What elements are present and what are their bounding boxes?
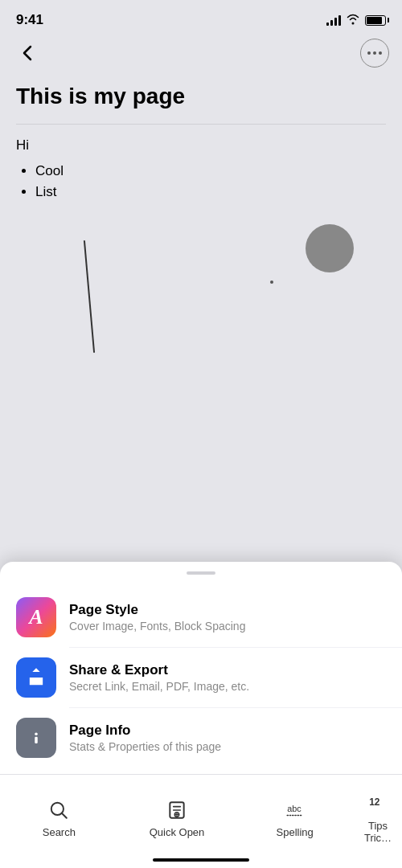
page-content: This is my page Hi Cool List (0, 71, 402, 345)
menu-item-share-export[interactable]: Share & Export Secret Link, Email, PDF, … (0, 648, 402, 707)
tips-label: TipsTric… (357, 820, 399, 844)
svg-text:abc: abc (287, 804, 302, 813)
more-button[interactable] (360, 39, 389, 68)
signal-icon (326, 14, 341, 26)
page-body-text: Hi (16, 137, 386, 154)
list-item: Cool (35, 163, 386, 179)
status-bar: 9:41 (0, 0, 402, 35)
drawing-circle (306, 224, 354, 272)
toolbar-spelling[interactable]: abc Spelling (236, 784, 354, 854)
svg-point-0 (35, 733, 38, 736)
tips-icon: 12 (367, 792, 389, 815)
page-title: This is my page (16, 84, 386, 109)
status-icons (326, 14, 386, 27)
drawing-area (16, 216, 386, 345)
toolbar-tips[interactable]: 12 TipsTric… (354, 784, 402, 854)
drawing-dot (270, 280, 273, 284)
svg-rect-1 (35, 737, 38, 743)
spelling-icon: abc (284, 799, 306, 821)
menu-subtitle-share-export: Secret Link, Email, PDF, Image, etc. (69, 680, 386, 693)
drawing-line (84, 240, 95, 353)
battery-icon (365, 15, 386, 26)
share-export-icon (16, 657, 56, 698)
bullet-list: Cool List (16, 163, 386, 200)
back-button[interactable] (13, 39, 42, 68)
menu-item-page-info[interactable]: Page Info Stats & Properties of this pag… (0, 708, 402, 768)
page-info-icon (16, 718, 56, 758)
menu-subtitle-page-info: Stats & Properties of this page (69, 740, 386, 753)
quick-open-label: Quick Open (150, 826, 205, 838)
nav-bar (0, 35, 402, 71)
bottom-toolbar: Search Quick Open abc (0, 774, 402, 854)
menu-subtitle-page-style: Cover Image, Fonts, Block Spacing (69, 620, 386, 633)
toolbar-search[interactable]: Search (0, 784, 118, 854)
menu-text-page-info: Page Info Stats & Properties of this pag… (69, 723, 386, 753)
more-dots-icon (367, 51, 382, 55)
toolbar-quick-open[interactable]: Quick Open (118, 784, 236, 854)
bottom-sheet: A Page Style Cover Image, Fonts, Block S… (0, 562, 402, 868)
menu-text-share-export: Share & Export Secret Link, Email, PDF, … (69, 662, 386, 693)
page-style-icon: A (16, 597, 56, 637)
svg-line-3 (62, 813, 67, 817)
search-label: Search (43, 826, 76, 838)
list-item: List (35, 184, 386, 200)
menu-title-share-export: Share & Export (69, 662, 386, 678)
home-indicator (153, 858, 249, 862)
title-divider (16, 124, 386, 125)
menu-title-page-info: Page Info (69, 723, 386, 739)
menu-item-page-style[interactable]: A Page Style Cover Image, Fonts, Block S… (0, 588, 402, 647)
menu-text-page-style: Page Style Cover Image, Fonts, Block Spa… (69, 602, 386, 633)
search-icon (47, 799, 70, 821)
menu-title-page-style: Page Style (69, 602, 386, 618)
status-time: 9:41 (16, 12, 43, 28)
quick-open-icon (166, 799, 188, 821)
svg-text:12: 12 (369, 796, 380, 808)
sheet-handle (187, 571, 215, 575)
spelling-label: Spelling (277, 826, 314, 838)
wifi-icon (346, 14, 360, 27)
